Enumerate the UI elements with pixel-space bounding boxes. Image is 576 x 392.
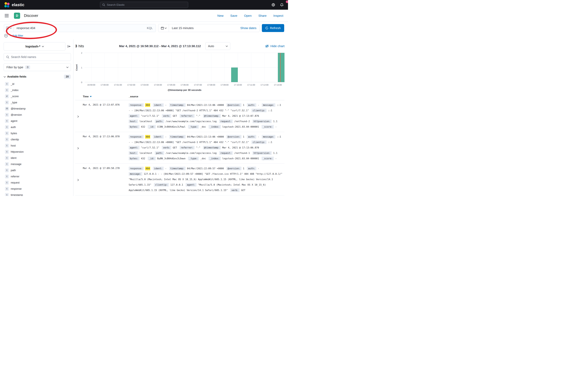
x-axis-label: @timestamp per 30 seconds: [85, 87, 285, 92]
source-field-pair: @version: 1: [227, 135, 244, 138]
field-item-_type[interactable]: t_type: [4, 99, 71, 106]
date-picker-group: Last 15 minutes Show dates: [158, 24, 259, 32]
histogram-bar[interactable]: [278, 53, 285, 82]
source-field-pair: path: /var/www/example.com/logs/access.l…: [155, 152, 217, 154]
field-item-timestamp[interactable]: ttimestamp: [4, 192, 71, 196]
query-language-button[interactable]: KQL: [147, 27, 156, 30]
field-item-_score[interactable]: #_score: [4, 93, 71, 99]
time-range-value[interactable]: Last 15 minutes: [169, 26, 194, 30]
action-share[interactable]: Share: [258, 14, 266, 18]
chart-xaxis: 16:59:0017:00:0017:01:0017:02:0017:03:00…: [75, 82, 285, 87]
date-picker-calendar-button[interactable]: [158, 24, 169, 32]
x-gridline: [211, 53, 211, 82]
source-field-value: CCBN_3cB04dGovJLPawl: [157, 125, 185, 128]
chevron-down-icon: [66, 66, 68, 68]
hits-count: 3 hits: [75, 44, 84, 48]
help-icon[interactable]: [272, 3, 275, 7]
source-field-name: timestamp:: [169, 167, 186, 170]
field-item-httpversion[interactable]: thttpversion: [4, 149, 71, 155]
field-name: _index: [11, 89, 19, 92]
x-gridline: [251, 53, 251, 82]
topbar-icons: [272, 3, 284, 7]
filter-by-type-select[interactable]: Filter by type 0: [4, 63, 71, 71]
source-field-name: clientip:: [251, 109, 266, 112]
source-field-pair: request: /notfound-2: [219, 120, 250, 123]
doc-source-cell: response: 404 ident: - timestamp: 04/Mar…: [129, 102, 285, 130]
index-pattern-select[interactable]: logstash-*: [4, 42, 65, 51]
field-item-message[interactable]: tmessage: [4, 161, 71, 167]
field-item-request[interactable]: trequest: [4, 180, 71, 186]
query-input[interactable]: response:404: [14, 26, 147, 30]
source-field-value: 127.0.0.1: [170, 183, 183, 186]
action-save[interactable]: Save: [230, 14, 237, 18]
hide-chart-button[interactable]: Hide chart: [265, 44, 285, 48]
field-item-agent[interactable]: tagent: [4, 118, 71, 124]
field-item-_index[interactable]: t_index: [4, 87, 71, 93]
field-item-path[interactable]: tpath: [4, 167, 71, 173]
doc-table-body: Mar 4, 2021 @ 17:13:07.876response: 404 …: [75, 100, 285, 196]
field-name: message: [11, 163, 22, 166]
source-field-name: auth:: [247, 135, 256, 139]
expand-row-button[interactable]: [75, 166, 83, 193]
global-search-input[interactable]: [107, 3, 186, 6]
saved-query-menu-button[interactable]: [4, 24, 14, 32]
field-item-@timestamp[interactable]: @timestamp: [4, 106, 71, 112]
x-tick-label: 17:12:00: [260, 84, 269, 86]
source-field-name: agent:: [129, 146, 140, 149]
source-field-value: -: [258, 135, 259, 138]
source-field-value: Mar 4, 2021 @ 17:13:07.876: [222, 114, 259, 117]
field-item-ident[interactable]: tident: [4, 155, 71, 161]
source-field-name: timestamp:: [169, 103, 186, 107]
source-field-name: message:: [262, 103, 275, 107]
field-item-clientip[interactable]: tclientip: [4, 136, 71, 142]
source-field-value: 1.1: [273, 120, 277, 123]
source-field-name: verb:: [162, 146, 171, 149]
source-field-value: ::1: [268, 109, 272, 112]
time-column-header[interactable]: Time: [83, 95, 129, 98]
field-item-_id[interactable]: t_id: [4, 81, 71, 87]
main-panel: 3 hits Mar 4, 2021 @ 16:58:30.112 - Mar …: [73, 39, 288, 196]
hits-label: hits: [78, 44, 84, 48]
expand-row-button[interactable]: [75, 102, 83, 130]
refresh-icon: [265, 27, 268, 29]
histogram-bar[interactable]: [231, 68, 238, 82]
field-search-input[interactable]: [11, 55, 68, 59]
source-field-name: ident:: [153, 167, 164, 170]
source-field-value: "curl/7.52.1": [141, 114, 159, 117]
field-item-auth[interactable]: tauth: [4, 124, 71, 130]
available-fields-toggle[interactable]: Available fields 20: [4, 75, 71, 79]
menu-icon[interactable]: [5, 14, 9, 17]
collapse-sidebar-icon[interactable]: [67, 45, 71, 48]
action-new[interactable]: New: [217, 14, 224, 18]
kibana-discover-app: elastic D Discover NewSaveOpenShareInspe…: [0, 0, 288, 196]
source-field-value: 04/Mar/2021:22:13:06 +0000: [187, 104, 224, 107]
show-dates-link[interactable]: Show dates: [240, 26, 259, 30]
doc-source-cell: response: 404 ident: - timestamp: 04/Mar…: [129, 134, 285, 161]
field-item-@version[interactable]: t@version: [4, 112, 71, 118]
source-field-pair: @version: 1: [227, 167, 244, 170]
filter-menu-icon[interactable]: [4, 34, 8, 38]
source-field-value: _doc: [200, 157, 206, 160]
source-field-pair: response: 404: [129, 135, 150, 138]
source-field-value: 04/Mar/2021:22:09:57 +0000: [187, 167, 224, 170]
expand-row-button[interactable]: [75, 134, 83, 161]
field-item-referrer[interactable]: treferrer: [4, 173, 71, 180]
field-item-response[interactable]: tresponse: [4, 186, 71, 192]
global-search[interactable]: [100, 2, 188, 8]
field-item-host[interactable]: thost: [4, 142, 71, 149]
field-item-bytes[interactable]: tbytes: [4, 130, 71, 136]
source-field-value: GET: [173, 114, 177, 117]
refresh-button[interactable]: Refresh: [262, 24, 284, 32]
source-field-name: response:: [129, 135, 144, 139]
elastic-brand[interactable]: elastic: [4, 2, 24, 7]
x-gridline: [158, 53, 158, 82]
interval-select[interactable]: Auto: [205, 42, 230, 50]
add-filter-link[interactable]: + Add filter: [10, 34, 23, 37]
action-inspect[interactable]: Inspect: [273, 14, 283, 18]
available-fields-label: Available fields: [7, 75, 26, 78]
field-search[interactable]: [4, 53, 71, 61]
source-field-name: request:: [219, 119, 233, 123]
action-open[interactable]: Open: [244, 14, 252, 18]
source-field-value: 1: [243, 167, 244, 170]
notifications-icon[interactable]: [280, 3, 284, 7]
